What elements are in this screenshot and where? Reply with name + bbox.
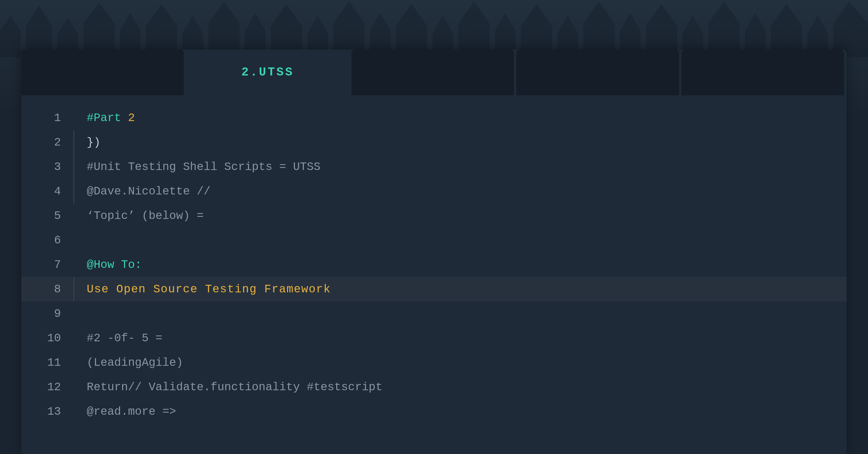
forest-silhouette [0, 0, 868, 57]
code-area[interactable]: 1#Part 22})3#Unit Testing Shell Scripts … [21, 95, 847, 454]
indent-guide [73, 253, 74, 277]
line-content: Return// Validate.functionality #testscr… [87, 381, 382, 394]
line-content: }) [87, 136, 100, 149]
code-line[interactable]: 8Use Open Source Testing Framework [21, 277, 847, 301]
code-line[interactable]: 7@How To: [21, 253, 847, 277]
tab-empty-3[interactable] [517, 50, 679, 95]
indent-guide [73, 130, 74, 155]
token: 2 [128, 111, 135, 124]
indent-guide [73, 399, 74, 424]
code-line[interactable]: 3#Unit Testing Shell Scripts = UTSS [21, 155, 847, 179]
line-content: Use Open Source Testing Framework [87, 283, 331, 296]
line-number: 6 [21, 234, 73, 247]
token: @Dave.Nicolette // [87, 185, 210, 198]
token: @read.more => [87, 405, 176, 418]
token: }) [87, 136, 100, 149]
code-line[interactable]: 13@read.more => [21, 399, 847, 424]
line-number: 3 [21, 160, 73, 173]
code-line[interactable]: 1#Part 2 [21, 106, 847, 130]
line-number: 10 [21, 332, 73, 345]
token: ‘Topic’ (below) = [87, 209, 204, 222]
indent-guide [73, 350, 74, 375]
tab-bar: 2.UTSS [21, 50, 847, 95]
line-number: 12 [21, 381, 73, 394]
token: (LeadingAgile) [87, 356, 183, 369]
line-content: @How To: [87, 258, 142, 271]
code-line[interactable]: 4@Dave.Nicolette // [21, 179, 847, 203]
line-content: @read.more => [87, 405, 176, 418]
indent-guide [73, 228, 74, 253]
indent-guide [73, 179, 74, 203]
tab-empty-4[interactable] [682, 50, 844, 95]
code-line[interactable]: 5‘Topic’ (below) = [21, 203, 847, 228]
line-number: 5 [21, 209, 73, 222]
token: Use Open Source Testing Framework [87, 283, 331, 296]
code-line[interactable]: 2}) [21, 130, 847, 155]
line-content: #2 -0f- 5 = [87, 332, 162, 345]
tab-empty-2[interactable] [351, 50, 514, 95]
line-content: (LeadingAgile) [87, 356, 183, 369]
line-number: 13 [21, 405, 73, 418]
line-content: ‘Topic’ (below) = [87, 209, 204, 222]
line-content: @Dave.Nicolette // [87, 185, 210, 198]
token: Return// Validate.functionality #testscr… [87, 381, 382, 394]
indent-guide [73, 106, 74, 130]
line-content: #Part 2 [87, 111, 135, 124]
token: #Unit Testing Shell Scripts = UTSS [87, 160, 320, 173]
line-number: 8 [21, 283, 73, 296]
code-line[interactable]: 10#2 -0f- 5 = [21, 326, 847, 350]
tab-empty-0[interactable] [21, 50, 184, 95]
line-number: 11 [21, 356, 73, 369]
line-number: 7 [21, 258, 73, 271]
indent-guide [73, 277, 74, 301]
indent-guide [73, 375, 74, 399]
code-line[interactable]: 6 [21, 228, 847, 253]
code-line[interactable]: 12Return// Validate.functionality #tests… [21, 375, 847, 399]
line-number: 1 [21, 111, 73, 124]
tab-2-utss[interactable]: 2.UTSS [186, 50, 349, 95]
token: #2 -0f- 5 = [87, 332, 162, 345]
line-number: 2 [21, 136, 73, 149]
indent-guide [73, 203, 74, 228]
token: #Part [87, 111, 128, 124]
line-number: 4 [21, 185, 73, 198]
indent-guide [73, 326, 74, 350]
indent-guide [73, 155, 74, 179]
token: @How To: [87, 258, 142, 271]
code-line[interactable]: 11(LeadingAgile) [21, 350, 847, 375]
tab-label: 2.UTSS [241, 66, 294, 79]
indent-guide [73, 301, 74, 326]
editor-panel: 2.UTSS 1#Part 22})3#Unit Testing Shell S… [21, 50, 847, 454]
code-line[interactable]: 9 [21, 301, 847, 326]
line-number: 9 [21, 307, 73, 320]
line-content: #Unit Testing Shell Scripts = UTSS [87, 160, 320, 173]
